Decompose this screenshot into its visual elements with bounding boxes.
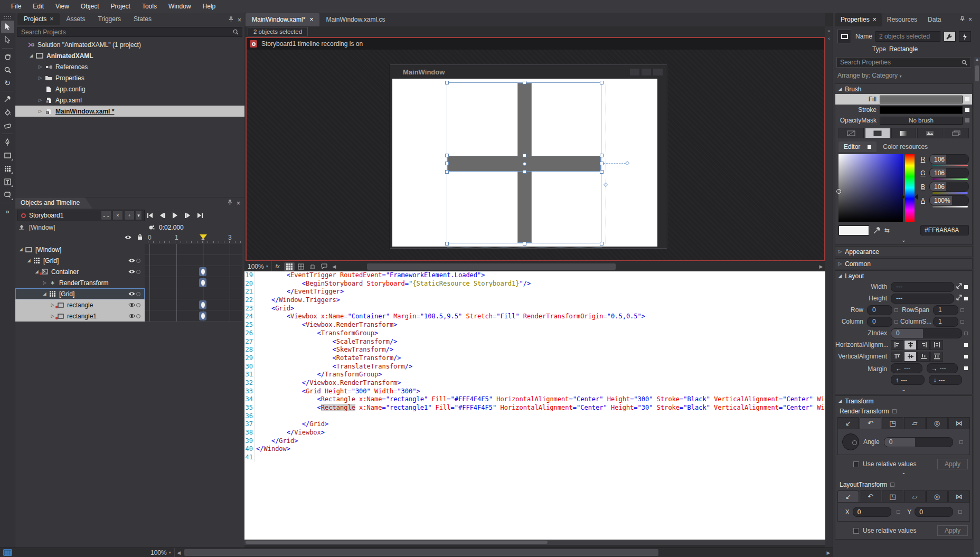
tree-item-animatedxaml[interactable]: ◢AnimatedXAML	[15, 50, 244, 61]
valign-marker[interactable]	[964, 355, 968, 358]
margin-adorner-diamond[interactable]	[604, 183, 608, 187]
flip-transform-tab[interactable]: ⋈	[948, 417, 970, 429]
y-marker[interactable]	[958, 510, 962, 514]
selection-tool[interactable]	[1, 21, 14, 33]
go-to-first-frame-button[interactable]	[147, 213, 153, 218]
height-marker[interactable]	[964, 297, 968, 300]
green-input[interactable]: 106	[929, 168, 969, 178]
solid-brush-tab[interactable]	[865, 128, 890, 138]
name-input[interactable]: 2 objects selected	[875, 31, 940, 42]
opacity-circle-icon[interactable]	[136, 270, 140, 274]
blue-input[interactable]: 106	[929, 182, 969, 192]
common-section-header[interactable]: ▷Common	[835, 259, 972, 269]
timeline-zoom-control[interactable]: 100%▾	[147, 548, 175, 557]
valign-stretch-button[interactable]	[930, 352, 943, 362]
storyboard-options-button[interactable]: ⌄⌄	[101, 211, 111, 220]
valign-top-button[interactable]	[891, 352, 903, 362]
timeline-horizontal-scrollbar[interactable]: ◀ ▶	[175, 548, 833, 557]
visibility-eye-icon[interactable]	[127, 291, 136, 296]
menu-edit[interactable]: Edit	[27, 1, 50, 12]
margin-marker[interactable]	[964, 366, 968, 370]
eyedropper-icon[interactable]	[873, 227, 880, 234]
appearance-section-header[interactable]: ▷Appearance	[835, 247, 972, 257]
expand-layout-chevron[interactable]: ⌄	[835, 387, 972, 394]
new-storyboard-button[interactable]: +	[124, 211, 135, 220]
timeline-row--grid-[interactable]: ◢[Grid]	[15, 255, 242, 266]
menu-window[interactable]: Window	[163, 1, 197, 12]
rotate-transform-tab[interactable]: ↶	[860, 417, 881, 429]
expander-icon[interactable]: ▷	[36, 109, 44, 114]
margin-adorner-diamond[interactable]	[625, 161, 629, 165]
brush-resource-tab[interactable]	[944, 128, 969, 138]
scale-transform-tab[interactable]: ◳	[882, 490, 903, 502]
tree-item-solution-animatedxaml-1-project-[interactable]: Solution "AnimatedXAML" (1 project)	[15, 39, 244, 50]
opacitymask-swatch[interactable]: No brush	[880, 117, 963, 125]
selection-bounding-box[interactable]	[447, 82, 601, 243]
properties-scrollbar[interactable]: ▲▼	[974, 57, 980, 557]
close-panel-icon[interactable]: ×	[968, 16, 972, 23]
design-canvas[interactable]	[392, 79, 657, 247]
eyedropper-tool[interactable]	[1, 93, 14, 106]
flip-transform-tab[interactable]: ⋈	[948, 490, 970, 502]
valign-center-button[interactable]	[904, 352, 917, 362]
menu-object[interactable]: Object	[75, 1, 105, 12]
menu-view[interactable]: View	[50, 1, 75, 12]
opacity-circle-icon[interactable]	[136, 314, 140, 318]
grid-layout-tool[interactable]	[1, 162, 14, 175]
translate-transform-tab[interactable]: ↙	[837, 417, 859, 429]
direct-selection-tool[interactable]	[1, 34, 14, 46]
auto-size-icon[interactable]	[956, 283, 962, 290]
resize-handle-e[interactable]	[600, 162, 604, 165]
menu-help[interactable]: Help	[197, 1, 222, 12]
tree-item-references[interactable]: ▷References	[15, 61, 244, 72]
color-resources-tab[interactable]: Color resources	[878, 141, 933, 152]
xaml-code-editor[interactable]: 19 <EventTrigger RoutedEvent="FrameworkE…	[244, 271, 825, 540]
color-picker-marker[interactable]	[836, 189, 841, 194]
translate-transform-tab[interactable]: ↙	[837, 490, 859, 502]
width-marker[interactable]	[964, 285, 968, 289]
timeline-row-container[interactable]: ◢Container	[15, 266, 242, 277]
y-input[interactable]: 0	[915, 507, 953, 517]
previous-frame-button[interactable]	[160, 213, 165, 218]
splitter-icon[interactable]: ‹	[825, 34, 833, 41]
design-horizontal-scrollbar[interactable]: ◀ ▶	[330, 262, 825, 271]
play-button[interactable]	[173, 212, 177, 219]
design-zoom-select[interactable]: 100%▾	[244, 261, 272, 271]
zoom-tool[interactable]	[1, 63, 14, 76]
asset-tool[interactable]	[1, 188, 14, 201]
close-panel-icon[interactable]: ×	[237, 200, 240, 207]
expander-icon[interactable]: ▷	[36, 64, 44, 69]
pin-icon[interactable]	[960, 16, 965, 23]
timeline-row--window-[interactable]: ◢[Window]	[15, 244, 242, 255]
tree-item-app-xaml[interactable]: ▷App.xaml	[15, 95, 244, 106]
tab-assets[interactable]: Assets	[60, 13, 91, 25]
zindex-marker[interactable]	[964, 332, 968, 335]
effects-toggle-icon[interactable]: fx	[272, 262, 283, 271]
tab-states[interactable]: States	[127, 13, 158, 25]
tab-resources[interactable]: Resources	[882, 13, 922, 26]
resize-handle-sw[interactable]	[445, 242, 449, 246]
keyframe-marker[interactable]	[199, 300, 206, 309]
columnspan-marker[interactable]	[960, 320, 964, 324]
fill-advanced-marker[interactable]	[965, 97, 969, 101]
expand-brush-chevron[interactable]: ⌄	[835, 238, 972, 244]
tree-item-properties[interactable]: ▷Properties	[15, 72, 244, 83]
expander-icon[interactable]: ◢	[27, 53, 35, 58]
skew-transform-tab[interactable]: ▱	[904, 490, 926, 502]
apply-button[interactable]: Apply	[937, 525, 968, 536]
close-tab-icon[interactable]: ×	[309, 16, 313, 23]
recording-on-icon[interactable]	[250, 40, 257, 48]
x-input[interactable]: 0	[853, 507, 891, 517]
expander-icon[interactable]: ◢	[17, 247, 24, 252]
no-brush-tab[interactable]	[838, 128, 864, 138]
menu-file[interactable]: File	[5, 1, 27, 12]
scroll-left-icon[interactable]: ◀	[175, 550, 183, 555]
red-input[interactable]: 106	[929, 154, 969, 164]
transform-section-header[interactable]: ◢Transform	[835, 396, 972, 406]
brush-section-header[interactable]: ◢Brush	[835, 84, 972, 94]
artboard[interactable]: MainWindow	[247, 50, 824, 260]
snap-to-snaplines-icon[interactable]	[307, 262, 318, 271]
code-horizontal-scrollbar[interactable]	[244, 540, 825, 545]
gradient-brush-tab[interactable]	[891, 128, 917, 138]
expander-icon[interactable]: ▷	[41, 280, 48, 285]
